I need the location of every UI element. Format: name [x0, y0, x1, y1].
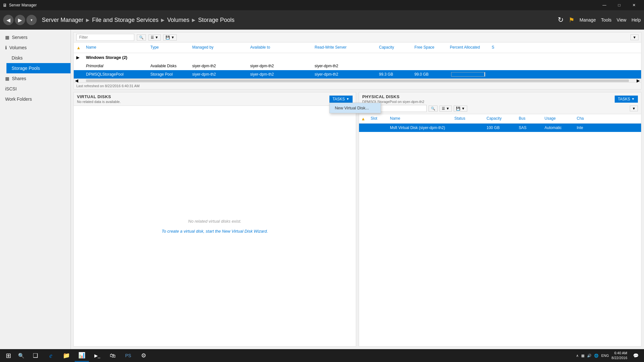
save-button[interactable]: 💾 ▼ — [163, 34, 177, 41]
folder-button[interactable]: 📁 — [59, 349, 73, 362]
content-area: 🔍 ☰ ▼ 💾 ▼ ▼ ▲ Name Type Managed by Avail… — [71, 30, 644, 349]
back-button[interactable]: ◀ — [3, 15, 14, 25]
col-rw-server[interactable]: Read-Write Server — [312, 44, 376, 51]
window-controls: — □ ✕ — [597, 0, 641, 10]
row-type-dpmsql: Storage Pool — [148, 71, 190, 78]
col-type[interactable]: Type — [148, 44, 190, 51]
phys-col-slot[interactable]: Slot — [369, 115, 388, 123]
cmd-button[interactable]: ▶_ — [90, 349, 104, 362]
start-button[interactable]: ⊞ — [3, 350, 14, 361]
breadcrumb: Server Manager ▶ File and Storage Servic… — [42, 17, 558, 23]
filter-input[interactable] — [76, 34, 134, 41]
virtual-disks-panel: VIRTUAL DISKS No related data is availab… — [73, 92, 356, 347]
minimize-button[interactable]: — — [597, 0, 612, 10]
row-name-primordial: Primordial — [83, 62, 148, 70]
search-taskbar-button[interactable]: 🔍 — [15, 350, 27, 361]
search-button[interactable]: 🔍 — [137, 34, 146, 41]
phys-row-slot — [369, 126, 388, 129]
refresh-button[interactable]: ↻ — [558, 16, 564, 24]
tasks-label-virtual: TASKS — [333, 97, 345, 101]
physical-disks-tasks-button[interactable]: TASKS ▼ — [615, 96, 638, 103]
breadcrumb-sep-3: ▶ — [192, 17, 195, 23]
tools-menu[interactable]: Tools — [601, 17, 611, 23]
phys-table-row-msft[interactable]: Msft Virtual Disk (siyer-dpm-th2) 100 GB… — [359, 124, 641, 132]
table-footer: Last refreshed on 8/22/2016 6:40:31 AM — [74, 82, 641, 89]
tasks-wrapper-virtual: TASKS ▼ New Virtual Disk... — [329, 96, 353, 103]
tray-volume-icon[interactable]: 🔊 — [587, 354, 592, 358]
col-status[interactable]: S — [489, 44, 505, 51]
virtual-disks-tasks-button[interactable]: TASKS ▼ — [329, 96, 353, 103]
virtual-disks-title-block: VIRTUAL DISKS No related data is availab… — [77, 94, 121, 104]
breadcrumb-server-manager[interactable]: Server Manager — [42, 17, 83, 23]
sidebar-item-disks[interactable]: Disks — [6, 53, 71, 63]
row-percent-primordial — [447, 65, 489, 67]
table-row-primordial[interactable]: Primordial Available Disks siyer-dpm-th2… — [74, 62, 641, 70]
ie-button[interactable]: e — [44, 349, 58, 362]
col-name[interactable]: Name — [83, 44, 148, 51]
phys-col-usage[interactable]: Usage — [543, 115, 575, 123]
taskbar: ⊞ 🔍 ❑ e 📁 📊 ▶_ 🛍 PS ⚙ ∧ ▦ 🔊 🌐 ENG 6:40 A… — [0, 349, 644, 362]
sidebar-item-servers[interactable]: ▦ Servers — [0, 32, 71, 42]
bottom-panels: VIRTUAL DISKS No related data is availab… — [73, 92, 641, 347]
help-menu[interactable]: Help — [631, 17, 641, 23]
row-rw-primordial: siyer-dpm-th2 — [312, 62, 376, 70]
sidebar-item-shares[interactable]: ▦ Shares — [0, 73, 71, 84]
maximize-button[interactable]: □ — [612, 0, 627, 10]
row-capacity-dpmsql: 99.3 GB — [376, 71, 412, 78]
col-managed-by[interactable]: Managed by — [190, 44, 248, 51]
sidebar-item-volumes[interactable]: ℹ Volumes — [0, 42, 71, 53]
phys-col-capacity[interactable]: Capacity — [485, 115, 517, 123]
task-view-button[interactable]: ❑ — [28, 349, 43, 362]
row-available-primordial: siyer-dpm-th2 — [248, 62, 312, 70]
scroll-left-arrow[interactable]: ◀ — [74, 78, 80, 83]
ps-button[interactable]: PS — [121, 349, 135, 362]
phys-col-name[interactable]: Name — [388, 115, 452, 123]
phys-col-chassis[interactable]: Cha — [575, 115, 601, 123]
sidebar-item-work-folders[interactable]: Work Folders — [0, 94, 71, 104]
tasks-label-physical: TASKS — [618, 97, 630, 101]
scroll-right-arrow[interactable]: ▶ — [635, 78, 641, 83]
expand-button[interactable]: ▼ — [630, 34, 639, 40]
row-name-dpmsql: DPMSQLStoragePool — [83, 71, 148, 78]
scrollbar-thumb[interactable] — [86, 79, 629, 82]
nav-dropdown-button[interactable]: ▼ — [26, 15, 37, 25]
close-button[interactable]: ✕ — [627, 0, 641, 10]
taskbar-time: 6:40 AM — [611, 351, 627, 356]
new-virtual-disk-item[interactable]: New Virtual Disk... — [330, 103, 381, 113]
forward-button[interactable]: ▶ — [15, 15, 25, 25]
tray-network-icon[interactable]: 🌐 — [594, 354, 599, 358]
phys-row-status — [452, 126, 485, 129]
col-available-to[interactable]: Available to — [248, 44, 312, 51]
create-virtual-disk-link[interactable]: To create a virtual disk, start the New … — [162, 229, 268, 234]
notification-button[interactable]: 💬 — [630, 350, 641, 361]
col-free-space[interactable]: Free Space — [412, 44, 447, 51]
tray-chevron[interactable]: ∧ — [576, 354, 579, 358]
phys-col-status[interactable]: Status — [452, 115, 485, 123]
sidebar-label-storage-pools: Storage Pools — [12, 66, 40, 71]
horizontal-scrollbar[interactable]: ◀ ▶ — [74, 79, 641, 82]
col-percent[interactable]: Percent Allocated — [447, 44, 489, 51]
server-manager-button[interactable]: 📊 — [75, 349, 89, 362]
phys-col-bus[interactable]: Bus — [517, 115, 543, 123]
list-view-button[interactable]: ☰ ▼ — [148, 34, 161, 41]
group-header-label: Windows Storage (2) — [83, 54, 505, 61]
view-menu[interactable]: View — [617, 17, 626, 23]
store-button[interactable]: 🛍 — [106, 349, 120, 362]
phys-row-warn — [359, 126, 369, 129]
col-capacity[interactable]: Capacity — [376, 44, 412, 51]
phys-expand-button[interactable]: ▼ — [630, 106, 638, 111]
row-type-primordial: Available Disks — [148, 62, 190, 70]
phys-title-row: PHYSICAL DISKS DPMSQLStoragePool on siye… — [362, 94, 638, 104]
phys-save-button[interactable]: 💾 ▼ — [454, 106, 467, 112]
phys-list-view-button[interactable]: ☰ ▼ — [440, 106, 452, 112]
service-button[interactable]: ⚙ — [137, 349, 151, 362]
phys-search-button[interactable]: 🔍 — [429, 106, 438, 112]
row-available-dpmsql: siyer-dpm-th2 — [248, 71, 312, 78]
row-managed-primordial: siyer-dpm-th2 — [190, 62, 248, 70]
manage-menu[interactable]: Manage — [580, 17, 596, 23]
breadcrumb-volumes[interactable]: Volumes — [167, 17, 189, 23]
table-row-dpmsql[interactable]: DPMSQLStoragePool Storage Pool siyer-dpm… — [74, 70, 641, 79]
sidebar-item-storage-pools[interactable]: Storage Pools — [6, 63, 71, 73]
sidebar-item-iscsi[interactable]: iSCSI — [0, 84, 71, 94]
breadcrumb-file-storage[interactable]: File and Storage Services — [92, 17, 158, 23]
